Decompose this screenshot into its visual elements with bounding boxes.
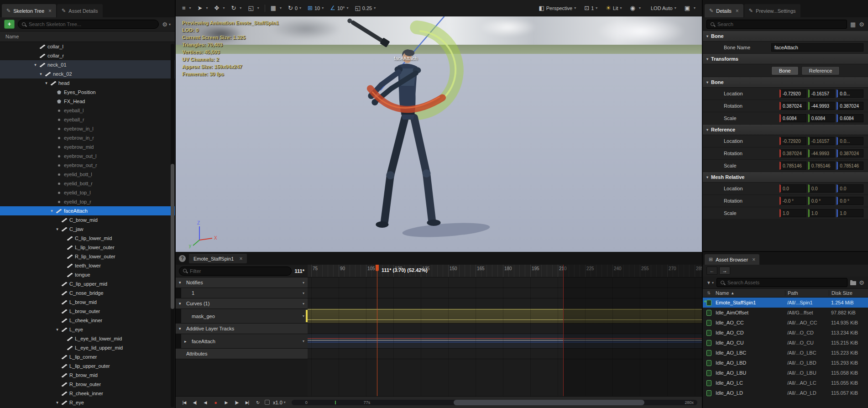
- track-band[interactable]: [308, 277, 702, 288]
- asset-row[interactable]: + Emote_StaffSpin1 /All/...Spin1 1.254 M…: [703, 298, 868, 308]
- z-value-field[interactable]: 0.0...: [837, 89, 863, 98]
- z-value-field[interactable]: 0.387024: [837, 102, 863, 110]
- grid-snap-toggle[interactable]: ⊞ 10 ▾: [305, 4, 326, 12]
- y-value-field[interactable]: 0.0 °: [808, 197, 835, 205]
- tree-item[interactable]: ▾ L_eye: [0, 325, 175, 334]
- track-filter-box[interactable]: [179, 267, 292, 276]
- y-value-field[interactable]: -0.16157: [808, 137, 835, 145]
- track-band[interactable]: [308, 309, 702, 323]
- expander-arrow-icon[interactable]: ▾: [55, 327, 60, 332]
- to-end-button[interactable]: ▶|: [243, 400, 251, 405]
- tab-asset-browser[interactable]: ⊞ Asset Browser ×: [705, 254, 759, 265]
- tab-preview-scene-settings[interactable]: ✎ Preview...Settings: [744, 4, 800, 17]
- tree-item[interactable]: ▾ L_eye_lid_lower_mid: [0, 334, 175, 343]
- playback-speed-button[interactable]: x1.0 ▾: [273, 400, 286, 405]
- asset-row[interactable]: + Idle_AO_LD /All/...AO_LD 115.057 KiB: [703, 388, 868, 398]
- asset-row[interactable]: + Idle_AO_CD /All/...O_CD 113.234 KiB: [703, 328, 868, 338]
- details-search-box[interactable]: [706, 20, 847, 29]
- tree-item[interactable]: ▾ neck_02: [0, 69, 175, 78]
- expander-arrow-icon[interactable]: ▾: [44, 81, 49, 85]
- tree-item[interactable]: ▾ collar_r: [0, 51, 175, 60]
- scale-snap-toggle[interactable]: ◱ 0.25 ▾: [352, 4, 379, 12]
- step-forward-button[interactable]: |▶: [233, 400, 241, 405]
- back-button[interactable]: ←: [706, 267, 717, 275]
- z-value-field[interactable]: 0.0 °: [837, 197, 863, 205]
- rotation-snap-toggle[interactable]: ∠ 10° ▾: [327, 4, 351, 12]
- play-reverse-button[interactable]: ◀: [201, 400, 209, 405]
- y-value-field[interactable]: 1.0: [808, 209, 835, 217]
- tree-item[interactable]: ▾ eyelid_top_l: [0, 188, 175, 197]
- tree-item[interactable]: ▾ C_brow_mid: [0, 215, 175, 225]
- surface-snap-toggle[interactable]: ▦ ▾: [268, 4, 284, 12]
- y-value-field[interactable]: -0.16157: [808, 89, 835, 98]
- y-value-field[interactable]: -44.9993: [808, 102, 835, 110]
- asset-row[interactable]: + Idle_AO_LC /All/...AO_LC 115.055 KiB: [703, 378, 868, 388]
- x-value-field[interactable]: 1.0: [779, 209, 806, 217]
- playhead-line[interactable]: [377, 265, 377, 396]
- track-filter-input[interactable]: [190, 268, 288, 274]
- tree-item[interactable]: ▾ C_nose_bridge: [0, 288, 175, 298]
- track-label-cell[interactable]: 1 ▾: [181, 288, 308, 298]
- view-mode-menu[interactable]: ☀ Lit ▾: [603, 4, 624, 12]
- track-options-caret-icon[interactable]: ▾: [303, 339, 304, 343]
- transform-mode-button[interactable]: Reference: [801, 66, 840, 75]
- tree-settings-button[interactable]: ⚙ ▾: [162, 21, 171, 28]
- category-bone[interactable]: ▾ Bone: [703, 31, 868, 42]
- tree-item[interactable]: ▾ R_lip_lower_outer: [0, 252, 175, 261]
- x-value-field[interactable]: 0.785146: [779, 162, 806, 170]
- track-expander-icon[interactable]: [184, 339, 190, 344]
- tree-item[interactable]: ▾ L_brow_outer: [0, 307, 175, 316]
- expander-arrow-icon[interactable]: ▾: [55, 227, 60, 231]
- x-value-field[interactable]: 0.6084: [779, 114, 806, 122]
- timeline-ruler[interactable]: 7590105120135150165180195210225240255270…: [308, 265, 702, 277]
- tree-item[interactable]: ▾ neck_01: [0, 60, 175, 69]
- z-value-field[interactable]: 0.0: [837, 184, 863, 193]
- tab-details[interactable]: ✎ Details ×: [705, 4, 743, 17]
- play-forward-button[interactable]: ▶: [222, 400, 230, 405]
- y-value-field[interactable]: 0.6084: [808, 114, 835, 122]
- tree-item[interactable]: ▾ eyebrow_out_r: [0, 161, 175, 170]
- loop-button[interactable]: ↻: [254, 400, 261, 405]
- asset-settings-icon[interactable]: ⚙: [859, 279, 864, 286]
- transform-section-header[interactable]: ▾ Mesh Relative: [703, 172, 868, 183]
- track-expander-icon[interactable]: [179, 280, 184, 285]
- tree-item[interactable]: ▾ collar_l: [0, 42, 175, 51]
- tree-item[interactable]: ▾ teeth_lower: [0, 261, 175, 270]
- tree-item[interactable]: ▾ Eyes_Position: [0, 88, 175, 97]
- z-value-field[interactable]: 0.6084: [837, 114, 863, 122]
- track-expander-icon[interactable]: [179, 326, 184, 331]
- tree-item[interactable]: ▾ eyebrow_in_r: [0, 133, 175, 142]
- x-value-field[interactable]: 0.387024: [779, 149, 806, 157]
- skeleton-search-input[interactable]: [29, 21, 155, 27]
- timeline-scrollbar-thumb[interactable]: [454, 400, 644, 405]
- track-label-cell[interactable]: Notifies ▾: [176, 277, 308, 288]
- track-band[interactable]: [308, 298, 702, 309]
- z-value-field[interactable]: 0.387024: [837, 149, 863, 157]
- x-value-field[interactable]: 0.0: [779, 184, 806, 193]
- tab-skeleton-tree[interactable]: ✎ Skeleton Tree ×: [2, 4, 56, 17]
- record-button[interactable]: ●: [212, 400, 220, 405]
- perspective-menu[interactable]: ◧ Perspective ▾: [536, 4, 579, 12]
- track-band[interactable]: [308, 288, 702, 298]
- timeline-scrollbar[interactable]: 0 77s 280x: [292, 400, 697, 405]
- tree-item[interactable]: ▾ head: [0, 78, 175, 88]
- asset-search-box[interactable]: [716, 278, 847, 287]
- viewport[interactable]: Previewing Animation Emote_StaffSpin1LOD…: [176, 16, 702, 252]
- track-options-caret-icon[interactable]: ▾: [303, 291, 304, 295]
- tree-scrollbar[interactable]: [171, 44, 174, 407]
- category-transforms[interactable]: ▾ Transforms: [703, 54, 868, 64]
- asset-row[interactable]: + Idle_AO_CC /All/...AO_CC 114.935 KiB: [703, 318, 868, 328]
- tree-item[interactable]: ▾ R_eye: [0, 398, 175, 407]
- forward-button[interactable]: →: [719, 267, 730, 275]
- tab-asset-details[interactable]: ✎ Asset Details: [57, 4, 102, 17]
- column-disk-size[interactable]: Disk Size: [829, 290, 868, 296]
- tree-item[interactable]: ▾ L_cheek_inner: [0, 316, 175, 325]
- help-icon[interactable]: ?: [179, 255, 186, 262]
- tree-item[interactable]: ▾ L_lip_upper_outer: [0, 361, 175, 371]
- tree-item[interactable]: ▾ eyebrow_mid: [0, 142, 175, 152]
- y-value-field[interactable]: 0.785146: [808, 162, 835, 170]
- tree-item[interactable]: ▾ L_brow_mid: [0, 298, 175, 307]
- track-band[interactable]: [308, 324, 702, 334]
- track-label-cell[interactable]: Additive Layer Tracks ▾: [176, 324, 308, 334]
- expander-arrow-icon[interactable]: ▾: [55, 400, 60, 405]
